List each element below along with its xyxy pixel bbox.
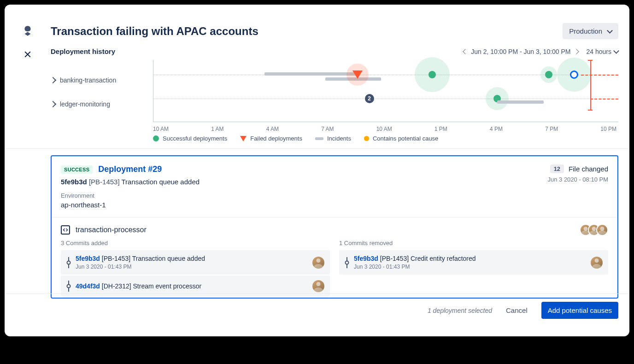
page-title: Transaction failing with APAC accounts [51, 25, 258, 38]
chevron-right-icon [50, 77, 56, 83]
legend-label: Failed deployments [250, 135, 302, 142]
time-window-select[interactable]: 24 hours [587, 48, 618, 55]
commit-message: Transaction queue added [122, 178, 200, 186]
commit-hash: 5fe9b3d [61, 178, 87, 186]
commit-msg: Credit entity refactored [411, 255, 476, 262]
date-range-text: Jun 2, 10:00 PM - Jun 3, 10:00 PM [471, 48, 570, 55]
sidebar [5, 5, 51, 336]
section-title: Deployment history [51, 47, 115, 55]
status-badge: SUCCESS [61, 165, 93, 174]
commits-removed-title: 1 Commits removed [339, 240, 608, 247]
date-range[interactable]: Jun 2, 10:00 PM - Jun 3, 10:00 PM [464, 48, 578, 55]
service-name: banking-transaction [60, 76, 116, 84]
file-changed-label: File changed [569, 165, 608, 173]
commit-date: Jun 3 2020 - 01:43 PM [76, 264, 308, 270]
code-icon [61, 225, 70, 235]
commit-icon [66, 257, 71, 268]
service-name: ledger-monitoring [60, 100, 110, 108]
failed-deployment-marker[interactable] [352, 70, 363, 79]
service-row-banking[interactable]: banking-transaction [51, 68, 153, 92]
service-row-ledger[interactable]: ledger-monitoring [51, 92, 153, 116]
avatar[interactable] [312, 280, 324, 292]
selection-count: 1 deployment selected [428, 307, 492, 314]
environment-select[interactable]: Production [563, 23, 618, 39]
chevron-right-icon[interactable] [574, 49, 579, 54]
cancel-button[interactable]: Cancel [501, 303, 532, 318]
commit-msg: Transaction queue added [132, 255, 205, 262]
cause-icon [364, 136, 369, 141]
svg-point-4 [67, 285, 70, 288]
commit-hash[interactable]: 5fe9b3d [354, 255, 378, 262]
chevron-left-icon[interactable] [463, 49, 468, 54]
commit-date: Jun 3 2020 - 01:43 PM [354, 264, 586, 270]
app-logo-icon [22, 25, 34, 37]
legend-label: Contains potential cause [373, 135, 438, 142]
processor-name: transaction-processor [76, 226, 147, 234]
incident-icon [315, 137, 323, 140]
failed-icon [240, 136, 247, 141]
commit-issue: [PB-1453] [102, 255, 130, 262]
commit-issue: [DH-2312] [102, 282, 131, 290]
commit-msg: Stream event processor [133, 282, 202, 290]
chevron-right-icon [50, 101, 56, 107]
success-deployment-marker[interactable] [429, 71, 436, 78]
commit-icon [345, 257, 349, 268]
x-axis-labels: 10 AM1 AM 4 AM7 AM 10 AM1 PM 4 PM7 PM 10… [153, 126, 618, 132]
avatar[interactable] [596, 224, 608, 236]
deployment-timestamp: Jun 3 2020 - 08:10 PM [547, 176, 608, 183]
deployment-cluster-badge[interactable]: 2 [364, 93, 375, 104]
success-deployment-marker[interactable] [545, 71, 552, 78]
svg-point-1 [67, 261, 70, 264]
commit-hash[interactable]: 49d4f3d [76, 282, 100, 290]
footer-actions: 1 deployment selected Cancel Add potenti… [51, 294, 618, 319]
main-content: Transaction failing with APAC accounts P… [51, 5, 629, 336]
close-icon[interactable] [23, 50, 32, 59]
commit-icon [66, 281, 71, 292]
chevron-down-icon [613, 48, 619, 54]
environment-label: Environment [61, 192, 200, 199]
app-window: Transaction failing with APAC accounts P… [5, 5, 629, 336]
file-count-badge: 12 [550, 164, 564, 173]
commit-item[interactable]: 5fe9b3d [PB-1453] Transaction queue adde… [61, 250, 330, 275]
deployment-link[interactable]: Deployment #29 [98, 164, 162, 174]
success-icon [153, 135, 159, 141]
date-controls: Jun 2, 10:00 PM - Jun 3, 10:00 PM 24 hou… [464, 48, 618, 55]
selected-deployment-marker[interactable] [570, 70, 578, 79]
avatar[interactable] [312, 257, 324, 269]
chevron-down-icon [607, 28, 613, 34]
commit-item[interactable]: 5fe9b3d [PB-1453] Credit entity refactor… [339, 250, 608, 275]
deployment-card: SUCCESS Deployment #29 5fe9b3d [PB-1453]… [51, 155, 618, 299]
chart-legend: Successful deployments Failed deployment… [51, 131, 618, 148]
commit-hash[interactable]: 5fe9b3d [76, 255, 100, 262]
timeline-plot[interactable]: 2 10 AM1 AM 4 AM7 AM 10 AM1 PM 4 PM7 PM … [153, 60, 618, 131]
legend-label: Incidents [327, 135, 351, 142]
avatar[interactable] [591, 257, 603, 269]
environment-label: Production [569, 27, 602, 35]
time-window-label: 24 hours [587, 48, 611, 55]
commit-issue: [PB-1453] [380, 255, 409, 262]
legend-label: Successful deployments [163, 135, 227, 142]
environment-value: ap-northeast-1 [61, 201, 200, 209]
issue-key: [PB-1453] [89, 178, 120, 186]
commits-added-title: 3 Commits added [61, 240, 330, 247]
svg-point-7 [346, 261, 349, 264]
avatar-group[interactable] [583, 224, 608, 236]
add-potential-causes-button[interactable]: Add potential causes [541, 302, 618, 319]
deployment-timeline-chart: banking-transaction ledger-monitoring [51, 60, 618, 131]
